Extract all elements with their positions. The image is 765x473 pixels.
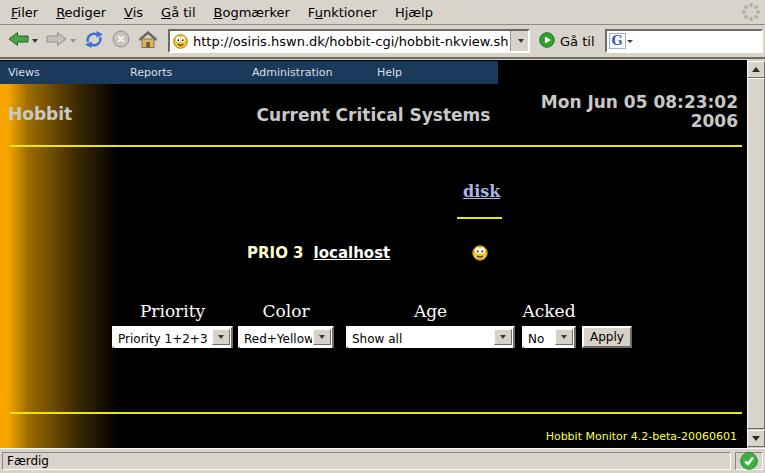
- navigation-toolbar: Gå til G: [0, 25, 765, 59]
- priority-label: PRIO 3: [247, 244, 304, 262]
- hobbit-navbar: Views Reports Administration Help: [0, 61, 498, 84]
- age-column-header: Age: [346, 301, 515, 321]
- search-input[interactable]: [633, 33, 761, 49]
- reload-button[interactable]: [84, 30, 104, 53]
- navbar-item-administration[interactable]: Administration: [252, 66, 333, 79]
- browser-window: Filer Rediger Vis Gå til Bogmærker Funkt…: [0, 0, 765, 473]
- top-rule: [10, 145, 742, 147]
- go-icon: [539, 32, 555, 51]
- back-dropdown-icon[interactable]: [32, 39, 38, 43]
- menu-go[interactable]: Gå til: [152, 2, 205, 23]
- stop-button[interactable]: [112, 30, 130, 52]
- host-row: PRIO 3localhost: [247, 244, 390, 262]
- menu-edit[interactable]: Rediger: [47, 2, 115, 23]
- go-button[interactable]: Gå til: [539, 32, 595, 51]
- forward-button[interactable]: [46, 31, 76, 51]
- page-content: Views Reports Administration Help Hobbit…: [0, 60, 747, 448]
- acked-column-header: Acked: [522, 301, 576, 321]
- age-select-wrapper: Show all: [346, 326, 515, 348]
- page-loaded-check-icon: [735, 452, 763, 470]
- google-search-engine-icon[interactable]: G: [609, 33, 626, 49]
- menu-bar: Filer Rediger Vis Gå til Bogmærker Funkt…: [0, 0, 765, 25]
- timestamp-line1: Mon Jun 05 08:23:02: [541, 93, 738, 112]
- favicon-smiley-icon: [173, 34, 188, 49]
- version-footer: Hobbit Monitor 4.2-beta-20060601: [546, 430, 737, 443]
- color-select[interactable]: Red+Yellow: [240, 330, 332, 348]
- url-history-dropdown[interactable]: [510, 31, 528, 51]
- url-input[interactable]: [191, 34, 510, 49]
- hostname-link[interactable]: localhost: [314, 244, 391, 262]
- menu-tools[interactable]: Funktioner: [299, 2, 386, 23]
- acked-select-wrapper: No: [522, 326, 576, 348]
- priority-column-header: Priority: [112, 301, 233, 321]
- arrow-down-icon: [752, 436, 760, 441]
- color-select-wrapper: Red+Yellow: [238, 326, 334, 348]
- status-bar: Færdig: [0, 448, 765, 473]
- navbar-item-help[interactable]: Help: [377, 66, 402, 79]
- menu-bookmarks[interactable]: Bogmærker: [205, 2, 299, 23]
- bottom-rule: [10, 412, 742, 414]
- throbber-icon: [740, 1, 762, 23]
- priority-select-wrapper: Priority 1+2+3: [112, 326, 233, 348]
- menu-file[interactable]: Filer: [2, 2, 47, 23]
- chevron-down-icon: [518, 39, 524, 43]
- home-button[interactable]: [138, 31, 158, 52]
- browser-viewport: Views Reports Administration Help Hobbit…: [0, 60, 765, 448]
- color-column-header: Color: [238, 301, 334, 321]
- vertical-scrollbar[interactable]: [747, 60, 765, 448]
- back-button[interactable]: [8, 31, 38, 51]
- acked-select[interactable]: No: [524, 330, 574, 348]
- scroll-up-button[interactable]: [747, 61, 765, 78]
- scroll-down-button[interactable]: [747, 430, 765, 447]
- forward-dropdown-icon[interactable]: [70, 39, 76, 43]
- apply-button[interactable]: Apply: [582, 326, 632, 348]
- navbar-item-views[interactable]: Views: [8, 66, 40, 79]
- back-icon: [8, 31, 29, 51]
- home-icon: [138, 31, 158, 52]
- yellow-smiley-status-icon[interactable]: [472, 245, 488, 261]
- timestamp-line2: 2006: [541, 112, 738, 131]
- page-timestamp: Mon Jun 05 08:23:02 2006: [541, 93, 738, 131]
- status-text: Færdig: [2, 452, 731, 470]
- url-bar[interactable]: [168, 29, 530, 53]
- priority-select[interactable]: Priority 1+2+3: [114, 330, 231, 348]
- navbar-item-reports[interactable]: Reports: [130, 66, 172, 79]
- gold-gradient-backdrop: [0, 84, 747, 448]
- reload-icon: [84, 30, 104, 53]
- forward-icon: [46, 31, 67, 51]
- disk-column-link[interactable]: disk: [463, 182, 500, 201]
- disk-column-underline: [457, 217, 502, 219]
- menu-help[interactable]: Hjælp: [386, 2, 442, 23]
- go-button-label: Gå til: [560, 34, 595, 49]
- stop-icon: [112, 30, 130, 52]
- menu-view[interactable]: Vis: [115, 2, 152, 23]
- search-bar[interactable]: G: [605, 29, 763, 53]
- age-select[interactable]: Show all: [348, 330, 513, 348]
- scrollbar-thumb[interactable]: [747, 78, 765, 429]
- arrow-up-icon: [752, 67, 760, 72]
